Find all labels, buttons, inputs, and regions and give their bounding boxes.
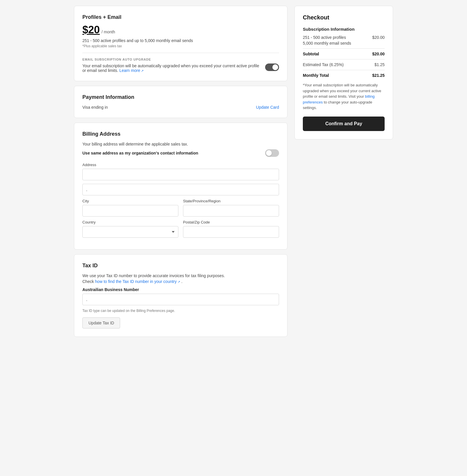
checkout-subtotal: Subtotal $20.00 xyxy=(303,52,385,56)
city-label: City xyxy=(82,199,178,203)
checkout-divider2 xyxy=(303,59,385,59)
checkout-line1: 251 - 500 active profiles $20.00 xyxy=(303,35,385,40)
tax-label: Estimated Tax (6.25%) xyxy=(303,62,344,67)
subtotal-value: $20.00 xyxy=(372,52,385,56)
checkout-line1-value: $20.00 xyxy=(372,35,385,40)
same-address-knob xyxy=(266,150,272,156)
price-period: / month xyxy=(102,30,115,34)
checkout-title: Checkout xyxy=(303,14,385,21)
address-field-group: Address xyxy=(82,163,279,180)
monthly-total-value: $21.25 xyxy=(372,73,385,78)
tax-id-description: We use your Tax ID number to provide acc… xyxy=(82,273,279,278)
auto-upgrade-toggle[interactable] xyxy=(265,63,279,71)
postal-field-group: Postal/Zip Code xyxy=(183,220,279,238)
checkout-card: Checkout Subscription Information 251 - … xyxy=(294,6,393,139)
auto-upgrade-text: Your email subscription will be automati… xyxy=(82,63,260,73)
tax-id-note: Tax ID type can be updated on the Billin… xyxy=(82,309,279,313)
billing-description: Your billing address will determine the … xyxy=(82,142,279,146)
address2-input[interactable] xyxy=(82,184,279,195)
learn-more-link[interactable]: Learn more xyxy=(120,68,144,73)
price-amount: $20 xyxy=(82,24,100,36)
checkout-line2: 5,000 monthly email sends xyxy=(303,41,385,46)
monthly-total-label: Monthly Total xyxy=(303,73,329,78)
profile-description: 251 - 500 active profiles and up to 5,00… xyxy=(82,38,279,43)
checkout-tax: Estimated Tax (6.25%) $1.25 xyxy=(303,62,385,67)
divider xyxy=(82,53,279,53)
toggle-slider xyxy=(265,63,279,71)
checkout-monthly-total: Monthly Total $21.25 xyxy=(303,73,385,78)
checkout-divider3 xyxy=(303,70,385,70)
auto-upgrade-label: EMAIL SUBSCRIPTION AUTO UPGRADE xyxy=(82,58,279,61)
postal-input[interactable] xyxy=(183,226,279,238)
address-input[interactable] xyxy=(82,169,279,180)
abn-input[interactable] xyxy=(82,294,279,305)
checkout-panel: Checkout Subscription Information 251 - … xyxy=(294,6,393,337)
tax-value: $1.25 xyxy=(374,62,385,67)
tax-note: *Plus applicable sales tax xyxy=(82,44,279,48)
state-input[interactable] xyxy=(183,205,279,217)
profiles-title: Profiles + Email xyxy=(82,14,279,20)
city-field-group: City xyxy=(82,199,178,217)
billing-title: Billing Address xyxy=(82,131,279,137)
address2-field-group xyxy=(82,184,279,195)
country-select[interactable]: United States Australia United Kingdom xyxy=(82,226,178,238)
tax-id-find-row: Check how to find the Tax ID number in y… xyxy=(82,279,279,284)
same-address-label: Use same address as my organization's co… xyxy=(82,151,198,155)
state-label: State/Province/Region xyxy=(183,199,279,203)
find-tax-id-link[interactable]: how to find the Tax ID number in your co… xyxy=(95,279,180,284)
tax-id-title: Tax ID xyxy=(82,263,279,269)
billing-address-card: Billing Address Your billing address wil… xyxy=(74,123,287,250)
subtotal-label: Subtotal xyxy=(303,52,319,56)
abn-label: Austrailian Business Number xyxy=(82,287,279,292)
city-input[interactable] xyxy=(82,205,178,217)
tax-id-card: Tax ID We use your Tax ID number to prov… xyxy=(74,254,287,337)
payment-card: Payment Information Visa ending in Updat… xyxy=(74,86,287,118)
visa-label: Visa ending in xyxy=(82,105,108,110)
country-label: Country xyxy=(82,220,178,224)
confirm-and-pay-button[interactable]: Confirm and Pay xyxy=(303,117,385,131)
address-label: Address xyxy=(82,163,279,167)
checkout-line2-label: 5,000 monthly email sends xyxy=(303,41,351,46)
same-address-slider xyxy=(265,149,279,157)
subscription-info-title: Subscription Information xyxy=(303,27,385,32)
postal-label: Postal/Zip Code xyxy=(183,220,279,224)
toggle-knob xyxy=(272,64,278,70)
update-tax-id-button[interactable]: Update Tax ID xyxy=(82,317,120,328)
checkout-note: *Your email subscription will be automat… xyxy=(303,82,385,111)
same-address-toggle[interactable] xyxy=(265,149,279,157)
country-field-group: Country United States Australia United K… xyxy=(82,220,178,238)
checkout-line1-label: 251 - 500 active profiles xyxy=(303,35,346,40)
payment-title: Payment Information xyxy=(82,94,279,100)
profiles-email-card: Profiles + Email $20 / month 251 - 500 a… xyxy=(74,6,287,81)
checkout-divider1 xyxy=(303,48,385,49)
state-field-group: State/Province/Region xyxy=(183,199,279,217)
update-card-link[interactable]: Update Card xyxy=(256,105,279,110)
abn-field-group xyxy=(82,294,279,305)
